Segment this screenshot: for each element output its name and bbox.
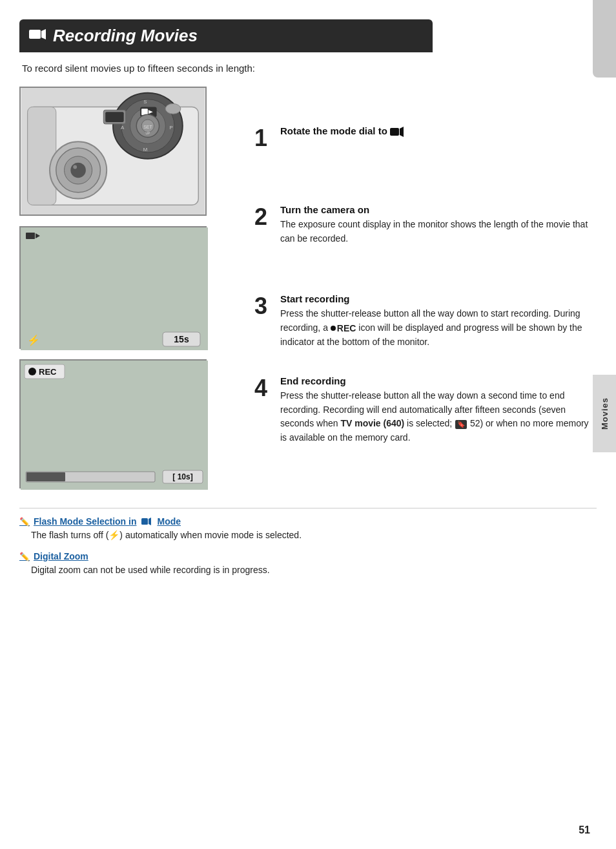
note-1-icon: ✏️ — [19, 517, 30, 527]
svg-point-25 — [73, 165, 77, 169]
step-1-content: Rotate the mode dial to — [280, 125, 597, 150]
svg-point-19 — [165, 104, 181, 114]
note-1-title: ✏️ Flash Mode Selection in Mode — [19, 516, 597, 527]
page-title: Recording Movies — [53, 26, 198, 46]
lcd-screen-diagram: 15s ⚡ — [19, 226, 207, 349]
step-2-number: 2 — [254, 205, 271, 246]
svg-text:SET: SET — [143, 125, 152, 129]
side-tab-top — [593, 0, 616, 78]
svg-text:A: A — [121, 125, 125, 131]
svg-point-24 — [70, 163, 86, 178]
camera-dial-diagram: 2100 S M A P — [19, 87, 207, 216]
notes-section: ✏️ Flash Mode Selection in Mode The flas… — [19, 508, 597, 577]
step-1-title: Rotate the mode dial to — [280, 125, 597, 138]
rec-screen-diagram: REC [ 10s] — [19, 359, 207, 488]
page-number: 51 — [579, 824, 590, 836]
svg-marker-43 — [400, 127, 404, 137]
left-column: 2100 S M A P — [19, 87, 239, 488]
step-4-content: End recording Press the shutter-release … — [280, 375, 597, 445]
svg-rect-0 — [29, 30, 41, 39]
page-header: Recording Movies — [19, 19, 433, 52]
svg-marker-1 — [41, 29, 46, 39]
svg-rect-29 — [26, 233, 35, 239]
step-3: 3 Start recording Press the shutter-rele… — [254, 261, 597, 365]
svg-rect-44 — [141, 518, 148, 525]
step-3-body: Press the shutter-release button all the… — [280, 307, 597, 350]
step-4-number: 4 — [254, 377, 271, 445]
intro-text: To record silent movies up to fifteen se… — [22, 63, 597, 74]
step-3-number: 3 — [254, 295, 271, 350]
svg-rect-27 — [105, 112, 123, 122]
step-2: 2 Turn the camera on The exposure count … — [254, 165, 597, 261]
note-2-body: Digital zoom can not be used while recor… — [31, 563, 597, 577]
note-2-icon: ✏️ — [19, 552, 30, 561]
step-1-number: 1 — [254, 127, 271, 150]
svg-rect-20 — [28, 107, 56, 205]
right-column: 1 Rotate the mode dial to 2 Turn the cam… — [239, 87, 597, 488]
step-2-body: The exposure count display in the monito… — [280, 218, 597, 246]
step-1: 1 Rotate the mode dial to — [254, 87, 597, 165]
note-1: ✏️ Flash Mode Selection in Mode The flas… — [19, 516, 597, 542]
svg-text:⚡: ⚡ — [27, 334, 40, 346]
step-2-title: Turn the camera on — [280, 204, 597, 215]
side-tab-label: Movies — [600, 397, 610, 430]
svg-text:P: P — [170, 125, 173, 131]
steps-area: 2100 S M A P — [19, 87, 597, 488]
svg-text:REC: REC — [39, 367, 57, 377]
svg-point-36 — [28, 368, 36, 375]
svg-marker-45 — [149, 518, 151, 525]
svg-rect-39 — [26, 472, 65, 481]
main-content: To record silent movies up to fifteen se… — [19, 52, 597, 577]
svg-text:S: S — [143, 99, 147, 105]
svg-text:UP: UP — [146, 132, 150, 135]
note-1-body: The flash turns off (⚡) automatically wh… — [31, 529, 597, 542]
step-4-title: End recording — [280, 375, 597, 386]
svg-text:15s: 15s — [174, 334, 189, 344]
svg-text:[ 10s]: [ 10s] — [172, 472, 192, 481]
step-4-body: Press the shutter-release button all the… — [280, 389, 597, 445]
note-2: ✏️ Digital Zoom Digital zoom can not be … — [19, 551, 597, 577]
svg-rect-42 — [390, 128, 399, 136]
svg-text:M: M — [143, 147, 148, 152]
note-2-title: ✏️ Digital Zoom — [19, 551, 597, 561]
step-4: 4 End recording Press the shutter-releas… — [254, 365, 597, 461]
step-3-title: Start recording — [280, 293, 597, 304]
movie-camera-icon — [28, 27, 46, 45]
note-2-label: Digital Zoom — [34, 551, 88, 561]
step-3-content: Start recording Press the shutter-releas… — [280, 293, 597, 350]
side-tab-movies: Movies — [593, 375, 616, 452]
step-2-content: Turn the camera on The exposure count di… — [280, 204, 597, 246]
